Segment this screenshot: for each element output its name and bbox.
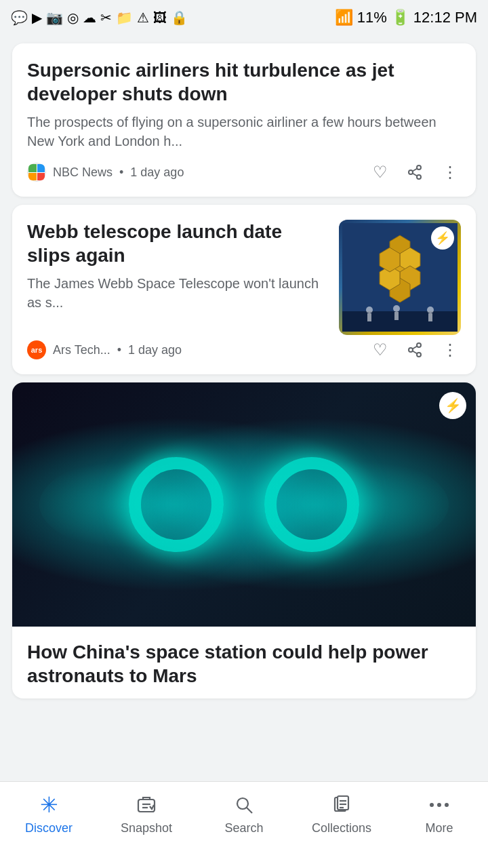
more-button-supersonic[interactable]: ⋮ xyxy=(439,160,461,184)
nav-label-snapshot: Snapshot xyxy=(121,821,172,835)
svg-point-30 xyxy=(237,798,248,809)
battery-icon: 🔋 xyxy=(391,9,409,26)
svg-line-3 xyxy=(413,174,418,176)
snapshot-icon xyxy=(134,793,159,817)
nav-label-search: Search xyxy=(224,821,263,835)
cloud-icon: ☁ xyxy=(83,9,96,26)
news-card-supersonic[interactable]: Supersonic airliners hit turbulence as j… xyxy=(12,43,476,197)
card-actions-webb: ♡ ⋮ xyxy=(370,338,461,362)
nav-item-collections[interactable]: Collections xyxy=(293,793,390,835)
card-snippet-supersonic: The prospects of flying on a supersonic … xyxy=(27,113,461,151)
svg-point-21 xyxy=(409,348,413,352)
time-ago-webb: 1 day ago xyxy=(128,343,182,357)
svg-point-22 xyxy=(417,353,421,357)
card-actions-supersonic: ♡ ⋮ xyxy=(370,160,461,184)
svg-point-18 xyxy=(393,305,400,312)
separator: • xyxy=(119,165,123,180)
separator-webb: • xyxy=(117,343,121,357)
ion-ring-left xyxy=(129,457,224,552)
svg-rect-19 xyxy=(394,312,399,320)
svg-point-38 xyxy=(437,803,441,807)
discover-icon: ✳ xyxy=(37,793,61,817)
card-snippet-webb: The James Webb Space Telescope won't lau… xyxy=(27,274,328,312)
pokeball-icon: ◎ xyxy=(67,9,79,26)
source-name-supersonic: NBC News xyxy=(53,165,113,180)
news-card-webb[interactable]: Webb telescope launch date slips again T… xyxy=(12,205,476,374)
status-bar: 💬 ▶ 📷 ◎ ☁ ✂ 📁 ⚠ 🖼 🔒 📶 11% 🔋 12:12 PM xyxy=(0,0,488,35)
clock: 12:12 PM xyxy=(413,9,477,26)
svg-line-31 xyxy=(247,808,252,813)
svg-rect-15 xyxy=(367,313,371,321)
svg-point-14 xyxy=(366,307,373,313)
collections-icon xyxy=(329,793,354,817)
svg-line-24 xyxy=(413,347,418,349)
nav-label-discover: Discover xyxy=(25,821,73,835)
ion-rings xyxy=(129,457,359,552)
search-icon xyxy=(232,793,256,817)
china-image-container: ⚡ xyxy=(12,382,476,627)
nbc-logo xyxy=(27,163,46,182)
svg-point-2 xyxy=(417,175,421,179)
ion-ring-right xyxy=(264,457,359,552)
card-meta-webb: ars Ars Tech... • 1 day ago ♡ ⋮ xyxy=(27,338,461,362)
svg-point-0 xyxy=(417,165,421,170)
like-button-webb[interactable]: ♡ xyxy=(370,338,390,362)
wifi-icon: 📶 xyxy=(335,9,353,26)
news-card-china[interactable]: ⚡ How China's space station could help p… xyxy=(12,382,476,698)
svg-line-4 xyxy=(413,169,418,172)
feed-content: Supersonic airliners hit turbulence as j… xyxy=(0,43,488,802)
lightning-badge-china: ⚡ xyxy=(439,392,466,419)
battery-percent: 11% xyxy=(357,9,387,26)
system-status: 📶 11% 🔋 12:12 PM xyxy=(335,9,477,26)
more-icon xyxy=(427,793,451,817)
svg-point-37 xyxy=(430,803,434,807)
card-title-china: How China's space station could help pow… xyxy=(27,640,461,688)
webb-text: Webb telescope launch date slips again T… xyxy=(27,220,328,335)
nav-label-more: More xyxy=(425,821,453,835)
share-button-webb[interactable] xyxy=(404,339,426,361)
youtube-icon: ▶ xyxy=(32,9,42,26)
nav-item-more[interactable]: More xyxy=(390,793,488,835)
lock-icon: 🔒 xyxy=(171,9,188,26)
card-meta-supersonic: NBC News • 1 day ago ♡ ⋮ xyxy=(27,160,461,184)
card-title-supersonic: Supersonic airliners hit turbulence as j… xyxy=(27,58,461,106)
card-title-webb: Webb telescope launch date slips again xyxy=(27,220,328,267)
notification-icons: 💬 ▶ 📷 ◎ ☁ ✂ 📁 ⚠ 🖼 🔒 xyxy=(11,9,188,26)
china-image-bg xyxy=(12,382,476,627)
webb-thumbnail: ⚡ xyxy=(339,220,461,335)
svg-rect-17 xyxy=(428,313,432,321)
warning-icon: ⚠ xyxy=(137,9,149,26)
image-icon: 🖼 xyxy=(153,10,167,26)
china-card-text: How China's space station could help pow… xyxy=(12,627,476,698)
svg-line-23 xyxy=(413,351,418,354)
tools-icon: ✂ xyxy=(100,9,112,26)
source-name-webb: Ars Tech... xyxy=(53,343,110,357)
svg-point-20 xyxy=(417,343,421,347)
camera-icon: 📷 xyxy=(46,9,63,26)
svg-point-16 xyxy=(427,307,434,313)
nav-label-collections: Collections xyxy=(312,821,371,835)
ars-logo: ars xyxy=(27,340,46,359)
time-ago-supersonic: 1 day ago xyxy=(130,165,184,180)
nav-item-discover[interactable]: ✳ Discover xyxy=(0,793,98,835)
svg-point-1 xyxy=(409,170,413,174)
nav-item-search[interactable]: Search xyxy=(195,793,293,835)
nav-item-snapshot[interactable]: Snapshot xyxy=(98,793,195,835)
bottom-navigation: ✳ Discover Snapshot Search xyxy=(0,781,488,868)
like-button-supersonic[interactable]: ♡ xyxy=(370,160,390,184)
more-button-webb[interactable]: ⋮ xyxy=(439,338,461,362)
folder-icon: 📁 xyxy=(116,9,133,26)
svg-point-39 xyxy=(445,803,449,807)
lightning-badge-webb: ⚡ xyxy=(431,226,454,250)
svg-rect-13 xyxy=(342,311,458,332)
share-button-supersonic[interactable] xyxy=(404,161,426,183)
message-icon: 💬 xyxy=(11,9,28,26)
